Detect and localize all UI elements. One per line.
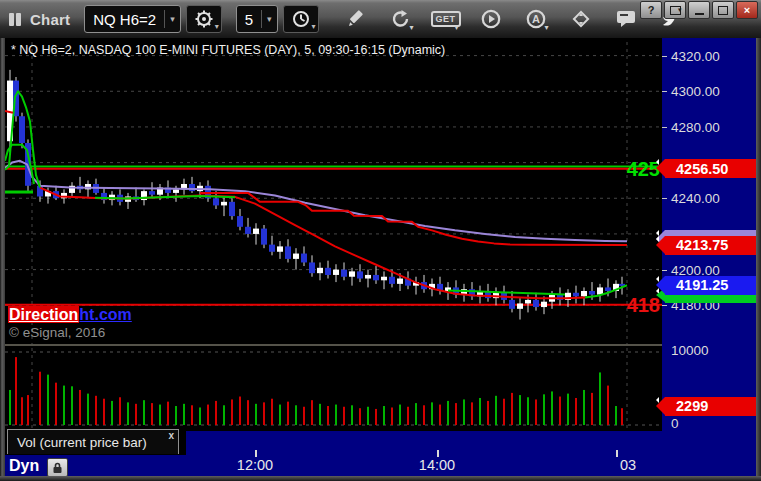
volume-bar (463, 399, 465, 425)
volume-bar (487, 401, 489, 425)
ma-line-slow-purple (5, 161, 627, 241)
candle-body (293, 254, 299, 259)
candle-body (397, 279, 403, 284)
price-flag: 4213.75 (665, 236, 756, 255)
volume-bar (479, 398, 481, 425)
candle-body (261, 229, 267, 245)
volume-bar (127, 402, 129, 425)
restore-button[interactable] (664, 1, 686, 19)
volume-bar (55, 383, 57, 425)
price-flag-arrow (656, 276, 665, 294)
titlebar[interactable]: Chart NQ H6=2 ▾ ▾ 5 ▾ (0, 0, 761, 40)
volume-bar (583, 390, 585, 425)
symbol-settings-button[interactable]: ▾ (186, 5, 222, 33)
draw-pencil-icon[interactable] (345, 8, 367, 30)
volume-bar (551, 391, 553, 425)
volume-bar (431, 402, 433, 425)
navigate-icon[interactable] (570, 8, 592, 30)
candle-body (509, 300, 515, 309)
volume-bar (359, 408, 361, 425)
volume-bar (327, 406, 329, 425)
time-axis-label: 14:00 (419, 457, 455, 473)
volume-bar (135, 404, 137, 425)
volume-bar (39, 372, 41, 425)
candle-body (389, 277, 395, 284)
volume-bar (295, 405, 297, 425)
minimize-button[interactable] (688, 1, 710, 19)
play-icon[interactable] (480, 8, 502, 30)
symbol-combo[interactable]: NQ H6=2 ▾ (84, 5, 180, 33)
price-axis-tick (662, 56, 667, 57)
candle-body (589, 291, 595, 295)
price-axis[interactable]: 4320.004300.004280.004260.004240.004220.… (662, 38, 756, 476)
volume-bar (343, 407, 345, 425)
price-flag-arrow (656, 159, 665, 177)
lock-button[interactable] (47, 458, 68, 477)
volume-bar (367, 407, 369, 425)
chevron-down-icon[interactable]: ▾ (165, 14, 180, 24)
price-flag: 4256.50 (665, 159, 756, 178)
volume-bar (9, 390, 11, 425)
volume-bar (143, 400, 145, 425)
interval-combo[interactable]: 5 ▾ (236, 5, 278, 33)
volume-pane[interactable] (5, 344, 662, 431)
volume-bar (231, 399, 233, 425)
volume-bar (471, 402, 473, 425)
volume-bar (311, 400, 313, 425)
candle-body (533, 300, 539, 307)
tab-volume-study[interactable]: Vol (current price bar) x (7, 429, 179, 454)
chevron-down-icon: ▾ (215, 23, 219, 31)
volume-bar (247, 400, 249, 425)
get-data-icon[interactable]: GET ▾ (435, 8, 457, 30)
upper-line-label: 425 (627, 159, 660, 179)
auto-replay-icon[interactable]: A ▾ (525, 8, 547, 30)
volume-bar (399, 405, 401, 425)
volume-bar (567, 394, 569, 425)
comment-bubble-icon[interactable] (615, 8, 637, 30)
tab-volume-label: Vol (current price bar) (17, 435, 147, 450)
time-axis[interactable]: Vol (current price bar) x Dyn 12:0014:00… (5, 431, 662, 476)
volume-bar (111, 401, 113, 425)
volume-bar (599, 372, 601, 425)
help-button[interactable]: ? (640, 1, 662, 19)
reload-icon[interactable]: ▾ (390, 8, 412, 30)
candle-body (573, 293, 579, 297)
candle-body (269, 245, 275, 252)
candle-body (541, 302, 547, 307)
candle-body (357, 271, 363, 278)
chevron-down-icon[interactable]: ▾ (262, 14, 277, 24)
maximize-button[interactable] (712, 1, 734, 19)
tab-close-icon[interactable]: x (168, 430, 174, 441)
volume-axis-label: 10000 (671, 343, 709, 358)
price-axis-tick (662, 127, 667, 128)
volume-bar (151, 403, 153, 425)
volume-bar (519, 395, 521, 425)
close-button[interactable]: × (736, 1, 758, 19)
time-axis-tick (437, 450, 439, 457)
price-flag: 2299 (665, 397, 756, 416)
candle-body (173, 189, 179, 193)
volume-bar (511, 393, 513, 425)
volume-bar (559, 397, 561, 425)
interval-combo-value: 5 (237, 11, 261, 28)
candle-body (605, 287, 611, 291)
volume-bar (191, 405, 193, 425)
lock-icon (52, 462, 63, 474)
lower-line-label: 418 (627, 295, 660, 315)
watermark-link[interactable]: Directionht.com (8, 306, 132, 324)
volume-bar (207, 405, 209, 425)
price-flag-arrow (656, 397, 665, 415)
volume-bar (591, 393, 593, 425)
price-axis-tick (662, 270, 667, 271)
volume-bar (255, 404, 257, 425)
volume-bar (79, 390, 81, 425)
candle-body (285, 246, 291, 258)
price-axis-label: 4280.00 (671, 119, 720, 134)
volume-bar (47, 375, 49, 425)
price-pane[interactable]: * NQ H6=2, NASDAQ 100 E-MINI FUTURES (DA… (5, 38, 662, 344)
volume-bar (423, 405, 425, 425)
volume-bar (15, 357, 17, 425)
price-axis-tick (662, 198, 667, 199)
time-interval-button[interactable]: ▾ (283, 5, 319, 33)
candle-body (309, 262, 315, 273)
